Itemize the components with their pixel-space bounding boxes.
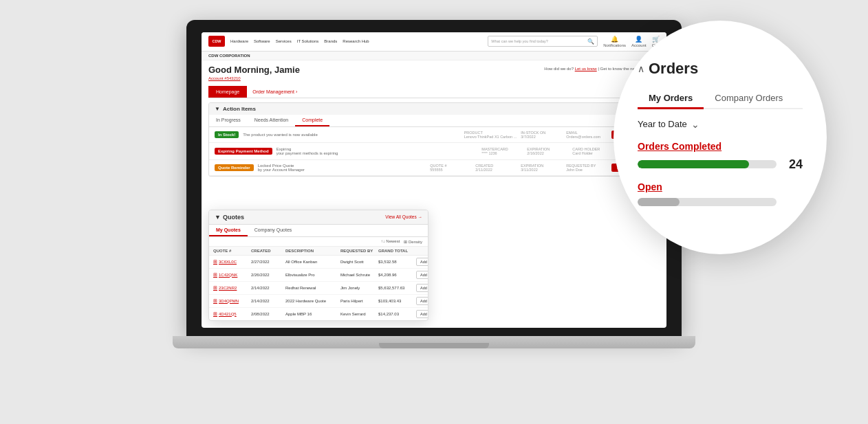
nav-link-brands[interactable]: Brands	[324, 39, 337, 43]
table-row: 4D421Q5 2/08/2022 Apple MBP 16 Kevin Ser…	[209, 308, 428, 320]
density-button[interactable]: ⊞ Density	[404, 239, 422, 244]
orders-completed-link[interactable]: Orders Completed	[638, 141, 803, 152]
company-name: CDW CORPORATION	[208, 54, 250, 58]
action-tab-needs-attention[interactable]: Needs Attention	[248, 115, 295, 126]
quote-link-3[interactable]: 23C2NR2	[213, 285, 251, 291]
nav-link-services[interactable]: Services	[276, 39, 292, 43]
action-row-payment: Expiring Payment Method Expiring your pa…	[209, 143, 659, 160]
tab-company-quotes[interactable]: Company Quotes	[248, 225, 299, 236]
quote-link-4[interactable]: 3D4QPMN	[213, 298, 251, 304]
action-row-in-stock: In Stock! The product you wanted is now …	[209, 127, 659, 143]
orders-chevron-icon[interactable]: ∧	[638, 63, 644, 74]
orders-panel-inner: ∧ Orders My Orders Company Orders Year t…	[638, 53, 803, 223]
let-us-know-link[interactable]: Let us know	[575, 67, 597, 71]
orders-open-progress-bg	[638, 198, 777, 206]
nav-link-research-hub[interactable]: Research Hub	[343, 39, 369, 43]
orders-panel-header: ∧ Orders	[638, 60, 803, 78]
action-row-quote: Quote Reminder Locked Price Quote by you…	[209, 160, 659, 176]
search-icon: 🔍	[587, 38, 594, 45]
cdw-website: CDW Hardware Software Services IT Soluti…	[202, 32, 666, 328]
action-row-1-in-stock: IN-STOCK ON 3/7/2022	[521, 131, 562, 139]
action-row-1-product: PRODUCT Lenovo ThinkPad X1 Carbon ...	[464, 131, 517, 139]
action-row-3-quote-num: QUOTE # 555555	[430, 164, 471, 172]
search-placeholder: What can we help you find today?	[491, 39, 585, 43]
orders-completed-count: 24	[783, 157, 803, 172]
page-tabs: Homepage Order Management ›	[208, 86, 660, 98]
orders-date-filter[interactable]: Year to Date ⌄	[638, 119, 803, 130]
action-tab-complete[interactable]: Complete	[295, 115, 329, 126]
add-to-cart-q5[interactable]: Add to Cart	[416, 310, 428, 318]
add-to-cart-q2[interactable]: Add to Cart	[416, 271, 428, 279]
orders-completed-row: 24	[638, 157, 803, 172]
quote-buttons-3: Add to Cart Buy Now	[416, 284, 428, 292]
orders-tabs: My Orders Company Orders	[638, 89, 803, 109]
orders-date-chevron-icon: ⌄	[691, 119, 699, 130]
quotes-table-header: QUOTE # CREATED DESCRIPTION REQUESTED BY…	[209, 247, 428, 256]
orders-open-progress-fill	[638, 198, 680, 206]
account-bar: CDW CORPORATION	[202, 52, 666, 60]
action-row-2-holder: CARD HOLDER Card Holder	[572, 147, 614, 155]
orders-panel-wrapper: ∧ Orders My Orders Company Orders Year t…	[614, 21, 827, 254]
action-row-2-expiration: EXPIRATION 2/16/2022	[527, 147, 568, 155]
action-row-3-created: CREATED 2/11/2022	[475, 164, 517, 172]
orders-panel: ∧ Orders My Orders Company Orders Year t…	[614, 21, 827, 254]
laptop-screen-frame: CDW Hardware Software Services IT Soluti…	[186, 20, 682, 336]
quote-buttons-4: Add to Cart Buy Now	[416, 297, 428, 305]
quotes-card: ▼ Quotes View All Quotes → My Quotes Com…	[208, 210, 428, 321]
cdw-navbar: CDW Hardware Software Services IT Soluti…	[202, 32, 666, 52]
orders-date-label: Year to Date	[638, 119, 687, 129]
action-row-2-details: Expiring your payment methods is expirin…	[276, 147, 478, 155]
action-row-1-details: The product you wanted is now available	[243, 133, 459, 137]
add-to-cart-q3[interactable]: Add to Cart	[416, 284, 428, 292]
cdw-main-content: Good Morning, Jamie Account #543210 How …	[202, 60, 666, 181]
quote-link-2[interactable]: 1C42QNK	[213, 272, 251, 278]
account-number-link[interactable]: Account #543210	[208, 76, 241, 80]
in-stock-badge: In Stock!	[215, 131, 239, 138]
action-items-tabs: In Progress Needs Attention Complete	[209, 115, 659, 127]
quotes-title: ▼ Quotes	[215, 214, 244, 221]
quote-reminder-badge: Quote Reminder	[215, 164, 254, 171]
action-row-1-email: EMAIL Orders@orders.com	[566, 131, 607, 139]
payment-badge: Expiring Payment Method	[215, 148, 272, 155]
quote-link-1[interactable]: 3C6XL0C	[213, 259, 251, 265]
add-to-cart-q1[interactable]: Add to Cart	[416, 258, 428, 266]
orders-tab-company-orders[interactable]: Company Orders	[704, 89, 794, 109]
quote-buttons-2: Add to Cart Buy Now	[416, 271, 428, 279]
nav-link-it-solutions[interactable]: IT Solutions	[297, 39, 319, 43]
quote-buttons-1: Add to Cart Buy Now	[416, 258, 428, 266]
table-row: 3D4QPMN 2/14/2022 2022 Hardware Quote Pa…	[209, 295, 428, 308]
nav-link-software[interactable]: Software	[254, 39, 270, 43]
action-row-3-requested: REQUESTED BY John Doe	[566, 164, 607, 172]
search-bar[interactable]: What can we help you find today? 🔍	[488, 36, 598, 47]
view-all-quotes-link[interactable]: View All Quotes →	[385, 214, 422, 219]
quotes-tabs: My Quotes Company Quotes	[209, 225, 428, 237]
action-items-content: In Stock! The product you wanted is now …	[209, 127, 659, 176]
tab-homepage[interactable]: Homepage	[208, 86, 247, 98]
cdw-logo: CDW	[208, 36, 225, 47]
tab-my-quotes[interactable]: My Quotes	[209, 225, 248, 236]
orders-completed-progress-fill	[638, 160, 749, 168]
orders-tab-my-orders[interactable]: My Orders	[638, 89, 704, 109]
orders-open-link[interactable]: Open	[638, 181, 803, 192]
add-to-cart-q4[interactable]: Add to Cart	[416, 297, 428, 305]
sort-button[interactable]: ↑↓ Newest	[381, 239, 400, 243]
action-row-3-details: Locked Price Quote by your Account Manag…	[258, 164, 426, 172]
action-items-section: ▼ Action Items In Progress Needs Attenti…	[208, 102, 660, 177]
action-row-3-expiration: EXPIRATION 3/11/2022	[521, 164, 562, 172]
table-row: 23C2NR2 2/14/2022 Redhat Renewal Jim Jon…	[209, 282, 428, 295]
quotes-toolbar: ↑↓ Newest ⊞ Density	[209, 237, 428, 247]
action-items-header: ▼ Action Items	[209, 103, 659, 115]
table-row: 1C42QNK 2/26/2022 Elbvisualize Pro Micha…	[209, 269, 428, 282]
laptop-base	[173, 336, 695, 348]
orders-open-row	[638, 198, 803, 206]
orders-completed-progress-bg	[638, 160, 777, 168]
nav-link-hardware[interactable]: Hardware	[230, 39, 248, 43]
laptop-screen: CDW Hardware Software Services IT Soluti…	[202, 32, 666, 328]
action-row-2-card: MASTERCARD **** 1236	[481, 147, 523, 155]
quotes-card-header: ▼ Quotes View All Quotes →	[209, 210, 428, 225]
action-tab-in-progress[interactable]: In Progress	[209, 115, 248, 126]
tab-order-management[interactable]: Order Management ›	[247, 86, 303, 98]
table-row: 3C6XL0C 2/27/2022 All Office Kanban Dwig…	[209, 256, 428, 269]
orders-panel-title: Orders	[649, 60, 698, 78]
quote-link-5[interactable]: 4D421Q5	[213, 311, 251, 317]
